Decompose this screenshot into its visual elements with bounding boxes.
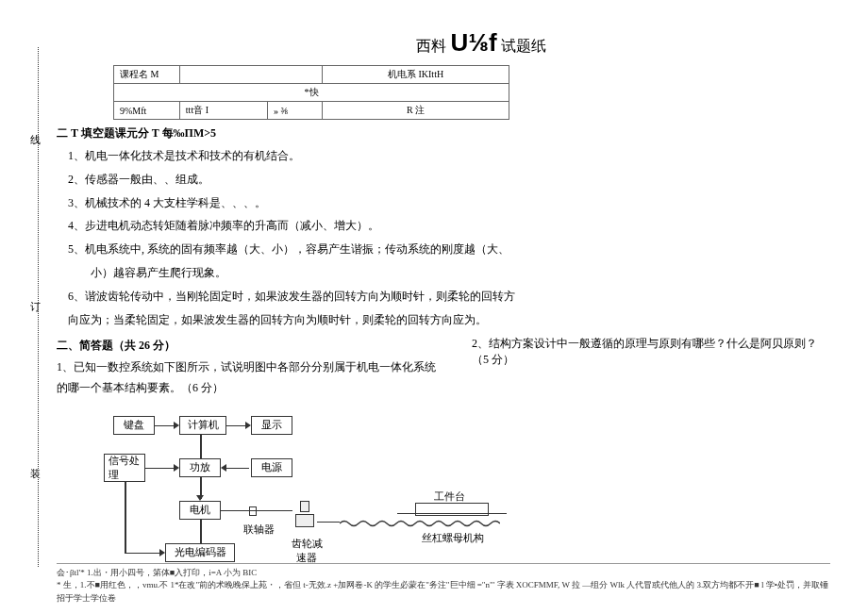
title-prefix: 西料 <box>416 38 446 54</box>
fb-1: 1、机电一体化技术是技术和技术的有机结合。 <box>68 145 830 167</box>
info-table: 课程名 M 机电系 IKIttH *快 9%Mft ttt音 I » ⅜ R 注 <box>113 65 509 120</box>
cell-r3-1: 9%Mft <box>114 102 180 120</box>
footnote-line2: * 生，1.不■用红色，，vmu.不 1*在改"前的术晚晚保上苑・，省但 t-无… <box>57 579 830 605</box>
section1-title: 二 T 填空题课元分 T 每‰ΠM>5 <box>57 125 830 141</box>
box-poweramp: 功放 <box>179 458 221 477</box>
fb-2: 2、传感器一般由、、组成。 <box>68 169 830 191</box>
box-display: 显示 <box>251 416 292 435</box>
screw-icon <box>340 518 500 523</box>
worktable-icon <box>415 503 489 516</box>
cell-dept: 机电系 IKIttH <box>323 66 509 84</box>
footnote: 会･βtl'* 1.出・用小四号，第体■入打印，i=A 小为 BIC * 生，1… <box>57 563 830 606</box>
box-encoder: 光电编码器 <box>165 543 235 562</box>
label-screw: 丝杠螺母机构 <box>422 531 484 545</box>
arrow <box>226 425 249 427</box>
margin-label-1: 线 <box>30 133 41 147</box>
title-suffix: 试题纸 <box>501 38 546 54</box>
page-title: 西料 U⅛f 试题纸 <box>132 28 830 58</box>
line <box>200 520 202 543</box>
box-computer: 计算机 <box>179 416 226 435</box>
title-big: U⅛f <box>450 28 496 57</box>
section2-title: 二、简答题（共 26 分） <box>57 338 443 354</box>
box-signal: 信号处理 <box>104 454 145 482</box>
fill-blank-content: 1、机电一体化技术是技术和技术的有机结合。 2、传感器一般由、、组成。 3、机械… <box>68 145 830 330</box>
gear-icon <box>292 501 317 529</box>
arrow <box>145 468 177 470</box>
fb-6: 6、谐波齿轮传动中，当刚轮固定时，如果波发生器的回转方向为顺时针，则柔轮的回转方 <box>68 286 830 307</box>
fb-6b: 向应为；当柔轮固定，如果波发生器的回转方向为顺时针，则柔轮的回转方向应为。 <box>68 309 830 331</box>
line <box>200 435 202 458</box>
cell-row2: *快 <box>114 84 509 102</box>
margin-label-2: 订 <box>30 300 41 314</box>
cell-empty <box>179 66 322 84</box>
box-keyboard: 键盘 <box>113 416 155 435</box>
q2-text: 2、结构方案设计中一般遵循的原理与原则有哪些？什么是阿贝原则？（5 分） <box>472 336 830 368</box>
cell-r3-2: ttt音 I <box>179 102 267 120</box>
fb-5: 5、机电系统中, 系统的固有频率越（大、小），容易产生谐振；传动系统的刚度越（大… <box>68 239 830 260</box>
label-gear: 齿轮减速器 <box>288 537 326 565</box>
line <box>221 510 292 512</box>
footnote-line1: 会･βtl'* 1.出・用小四号，第体■入打印，i=A 小为 BIC <box>57 567 830 580</box>
binding-dotted-line <box>38 47 39 567</box>
fb-3: 3、机械技术的 4 大支柱学科是、、、。 <box>68 192 830 214</box>
margin-label-3: 装 <box>30 467 41 481</box>
label-worktable: 工件台 <box>434 490 465 504</box>
cell-r3-4: R 注 <box>323 102 509 120</box>
cell-course: 课程名 M <box>114 66 180 84</box>
label-coupling: 联轴器 <box>243 523 275 537</box>
arrow <box>223 468 249 470</box>
arrow <box>125 553 163 555</box>
box-power: 电源 <box>251 458 292 477</box>
arrow <box>155 425 177 427</box>
arrow <box>200 477 202 499</box>
cell-r3-3: » ⅜ <box>267 102 322 120</box>
line <box>125 482 126 553</box>
fb-5b: 小）越容易产生爬行现象。 <box>68 262 830 284</box>
line <box>317 522 340 523</box>
q1-text: 1、已知一数控系统如下图所示，试说明图中各部分分别属于机电一体化系统的哪一个基本… <box>57 357 443 398</box>
fb-4: 4、步进电机动态转矩随着脉冲频率的升高而（减小、增大）。 <box>68 215 830 237</box>
